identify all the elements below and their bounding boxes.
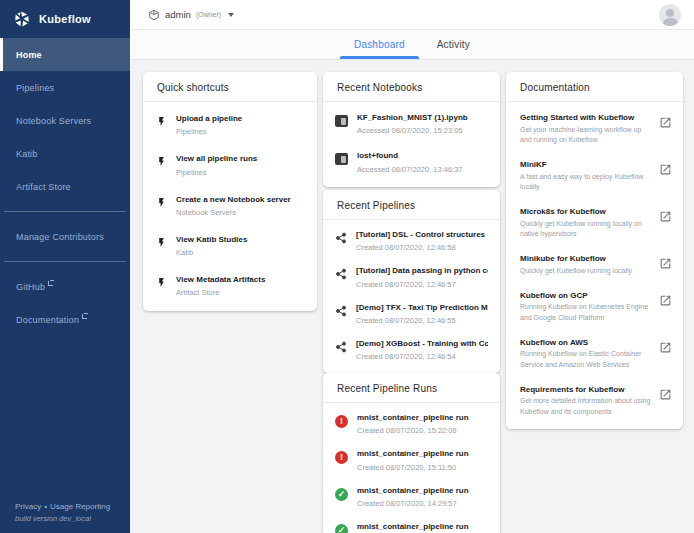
pipeline-created: Created 08/07/2020, 12:46:58 xyxy=(356,243,488,252)
namespace-name: admin xyxy=(165,9,191,20)
pipeline-title: [Demo] XGBoost - Training with Confusi..… xyxy=(356,339,488,350)
sidebar-item-label: Artifact Store xyxy=(16,182,71,192)
avatar-head xyxy=(666,9,674,17)
sidebar-item-katib[interactable]: Katib xyxy=(0,137,130,170)
sidebar-divider xyxy=(4,261,126,262)
kubeflow-logo-icon xyxy=(13,10,31,28)
doc-link-minikf[interactable]: MiniKF A fast and easy way to deploy Kub… xyxy=(506,152,683,199)
doc-link-kubeflow-gcp[interactable]: Kubeflow on GCP Running Kubeflow on Kube… xyxy=(506,283,683,330)
run-created: Created 08/07/2020, 15:11:50 xyxy=(357,463,488,472)
doc-description: Running Kubeflow on Elastic Container Se… xyxy=(520,349,651,369)
avatar[interactable] xyxy=(659,4,681,26)
sidebar: Kubeflow Home Pipelines Notebook Servers… xyxy=(0,0,130,533)
topbar: admin (Owner) xyxy=(130,0,694,30)
chevron-down-icon xyxy=(228,13,234,17)
shortcut-view-katib-studies[interactable]: View Katib Studies Katib xyxy=(143,226,317,266)
sidebar-divider xyxy=(4,211,126,212)
notebook-icon xyxy=(335,115,348,127)
bolt-icon xyxy=(156,236,167,249)
shortcut-title: View Katib Studies xyxy=(176,235,305,246)
footer-separator: • xyxy=(44,502,47,511)
shortcut-title: View Metadata Artifacts xyxy=(176,275,305,286)
sidebar-item-github[interactable]: GitHub xyxy=(0,270,130,303)
doc-description: Running Kubeflow on Kubernetes Engine an… xyxy=(520,302,651,322)
logo-row[interactable]: Kubeflow xyxy=(0,0,130,30)
pipeline-item[interactable]: [Demo] TFX - Taxi Tip Prediction Model .… xyxy=(323,296,500,332)
run-error-icon: ! xyxy=(335,415,348,428)
bolt-icon xyxy=(156,276,167,289)
pipeline-run-item[interactable]: ! mnist_container_pipeline run Created 0… xyxy=(323,442,500,478)
external-link-icon xyxy=(82,314,87,319)
shortcut-title: View all pipeline runs xyxy=(176,154,305,165)
run-title: mnist_container_pipeline run xyxy=(357,449,488,460)
recent-pipeline-runs-card: Recent Pipeline Runs ! mnist_container_p… xyxy=(323,373,500,533)
sidebar-item-pipelines[interactable]: Pipelines xyxy=(0,71,130,104)
pipeline-item[interactable]: [Tutorial] Data passing in python comp..… xyxy=(323,259,500,295)
open-in-new-icon xyxy=(659,210,672,223)
doc-title: Requirements for Kubeflow xyxy=(520,384,651,395)
shortcut-create-notebook-server[interactable]: Create a new Notebook server Notebook Se… xyxy=(143,186,317,226)
doc-title: MiniKF xyxy=(520,159,651,170)
shortcut-title: Create a new Notebook server xyxy=(176,195,305,206)
run-title: mnist_container_pipeline run xyxy=(357,486,488,497)
sidebar-item-label: GitHub xyxy=(16,282,45,292)
namespace-role: (Owner) xyxy=(196,11,221,18)
doc-link-microk8s[interactable]: Microk8s for Kubeflow Quickly get Kubefl… xyxy=(506,199,683,246)
pipeline-run-item[interactable]: ✓ mnist_container_pipeline run Created 0… xyxy=(323,515,500,533)
open-in-new-icon xyxy=(659,257,672,270)
tab-label: Activity xyxy=(437,39,470,50)
tab-label: Dashboard xyxy=(354,39,405,50)
shortcut-view-metadata-artifacts[interactable]: View Metadata Artifacts Artifact Store xyxy=(143,266,317,306)
card-title: Recent Notebooks xyxy=(323,72,500,102)
sidebar-item-artifact-store[interactable]: Artifact Store xyxy=(0,170,130,203)
doc-link-requirements[interactable]: Requirements for Kubeflow Get more detai… xyxy=(506,377,683,424)
doc-title: Microk8s for Kubeflow xyxy=(520,206,651,217)
shortcut-view-pipeline-runs[interactable]: View all pipeline runs Pipelines xyxy=(143,145,317,185)
usage-reporting-link[interactable]: Usage Reporting xyxy=(50,502,110,511)
namespace-selector[interactable]: admin (Owner) xyxy=(148,9,234,21)
doc-description: Quickly get Kubeflow running locally on … xyxy=(520,219,651,239)
notebook-accessed: Accessed 08/07/2020, 15:23:05 xyxy=(357,126,488,135)
notebook-item[interactable]: KF_Fashion_MNIST (1).ipynb Accessed 08/0… xyxy=(323,105,500,143)
open-in-new-icon xyxy=(659,388,672,401)
open-in-new-icon xyxy=(659,163,672,176)
shortcut-upload-pipeline[interactable]: Upload a pipeline Pipelines xyxy=(143,105,317,145)
sidebar-item-documentation[interactable]: Documentation xyxy=(0,303,130,336)
sidebar-item-notebook-servers[interactable]: Notebook Servers xyxy=(0,104,130,137)
notebook-accessed: Accessed 08/07/2020, 13:46:37 xyxy=(357,165,488,174)
doc-title: Minikube for Kubeflow xyxy=(520,253,651,264)
open-in-new-icon xyxy=(659,341,672,354)
tab-dashboard[interactable]: Dashboard xyxy=(338,30,421,59)
bolt-icon xyxy=(156,115,167,128)
sidebar-item-label: Documentation xyxy=(16,315,79,325)
pipeline-item[interactable]: [Tutorial] DSL - Control structures Crea… xyxy=(323,223,500,259)
doc-link-kubeflow-aws[interactable]: Kubeflow on AWS Running Kubeflow on Elas… xyxy=(506,330,683,377)
tab-activity[interactable]: Activity xyxy=(421,30,486,59)
doc-title: Kubeflow on GCP xyxy=(520,290,651,301)
privacy-link[interactable]: Privacy xyxy=(15,502,41,511)
quick-shortcuts-card: Quick shortcuts Upload a pipeline Pipeli… xyxy=(143,72,317,311)
pipeline-run-item[interactable]: ! mnist_container_pipeline run Created 0… xyxy=(323,406,500,442)
card-title: Recent Pipelines xyxy=(323,190,500,220)
doc-description: A fast and easy way to deploy Kubeflow l… xyxy=(520,172,651,192)
active-tab-indicator xyxy=(340,56,419,59)
pipeline-item[interactable]: [Demo] XGBoost - Training with Confusi..… xyxy=(323,332,500,368)
run-title: mnist_container_pipeline run xyxy=(357,522,488,533)
sidebar-item-manage-contributors[interactable]: Manage Contributors xyxy=(0,220,130,253)
build-version-text: build version dev_local xyxy=(15,514,110,523)
doc-title: Getting Started with Kubeflow xyxy=(520,112,651,123)
notebook-title: KF_Fashion_MNIST (1).ipynb xyxy=(357,113,488,124)
pipeline-icon xyxy=(335,232,347,244)
sidebar-item-home[interactable]: Home xyxy=(0,38,130,71)
run-error-icon: ! xyxy=(335,451,348,464)
avatar-body xyxy=(663,18,678,26)
pipeline-icon xyxy=(335,268,347,280)
doc-title: Kubeflow on AWS xyxy=(520,337,651,348)
pipeline-run-item[interactable]: ✓ mnist_container_pipeline run Created 0… xyxy=(323,479,500,515)
doc-link-minikube[interactable]: Minikube for Kubeflow Quickly get Kubefl… xyxy=(506,246,683,283)
doc-link-getting-started[interactable]: Getting Started with Kubeflow Get your m… xyxy=(506,105,683,152)
notebook-title: lost+found xyxy=(357,151,488,162)
documentation-card: Documentation Getting Started with Kubef… xyxy=(506,72,683,429)
run-success-icon: ✓ xyxy=(335,488,348,501)
notebook-item[interactable]: lost+found Accessed 08/07/2020, 13:46:37 xyxy=(323,143,500,181)
